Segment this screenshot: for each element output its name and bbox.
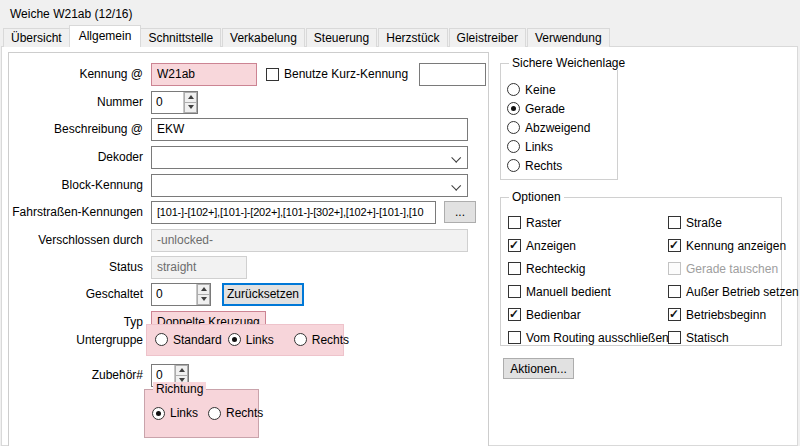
untergruppe-group: Standard Links Rechts <box>146 324 344 356</box>
checkbox-label: Kennung anzeigen <box>686 239 786 253</box>
status-label: Status <box>9 260 143 274</box>
checkbox-icon <box>508 285 521 298</box>
kurz-kennung-row: Benutze Kurz-Kennung <box>266 67 408 81</box>
radio-icon <box>507 83 520 96</box>
checkbox-label: Statisch <box>686 331 729 345</box>
tab-schnittstelle[interactable]: Schnittstelle <box>140 28 221 47</box>
weichenlage-option-keine[interactable]: Keine <box>507 80 617 99</box>
zuruecksetzen-button[interactable]: Zurücksetzen <box>222 283 304 306</box>
radio-icon <box>294 333 307 346</box>
radio-label: Rechts <box>525 159 562 173</box>
tab-gleistreiber[interactable]: Gleistreiber <box>449 28 526 47</box>
kennung-input[interactable] <box>151 63 257 86</box>
fahrstrassen-input[interactable] <box>151 201 436 224</box>
tab-verwendung[interactable]: Verwendung <box>527 28 610 47</box>
chevron-down-icon <box>451 152 461 162</box>
radio-label: Keine <box>525 83 556 97</box>
verschlossen-label: Verschlossen durch <box>9 233 143 247</box>
dekoder-label: Dekoder <box>9 150 143 164</box>
radio-label: Abzweigend <box>525 121 590 135</box>
option-strasse[interactable]: Straße <box>668 211 799 234</box>
richtung-group-title: Richtung <box>153 382 206 396</box>
down-arrow-icon <box>188 105 194 109</box>
option-manuell-bedient[interactable]: Manuell bedient <box>508 280 669 303</box>
checkbox-label: Betriebsbeginn <box>686 308 766 322</box>
up-arrow-icon <box>188 95 194 99</box>
verschlossen-input <box>151 229 468 252</box>
fahrstrassen-browse-button[interactable]: ... <box>444 201 476 223</box>
option-gerade-tauschen: Gerade tauschen <box>668 257 799 280</box>
weichenlage-option-abzweigend[interactable]: Abzweigend <box>507 118 617 137</box>
checkbox-icon <box>508 262 521 275</box>
checkbox-icon <box>508 239 521 252</box>
option-betriebsbeginn[interactable]: Betriebsbeginn <box>668 303 799 326</box>
tab-uebersicht[interactable]: Übersicht <box>3 28 70 47</box>
checkbox-label: Gerade tauschen <box>686 262 778 276</box>
optionen-group-title: Optionen <box>509 190 564 204</box>
weichenlage-option-rechts[interactable]: Rechts <box>507 156 617 175</box>
zubehoer-label: Zubehör# <box>9 368 143 382</box>
option-ausser-betrieb-setzen[interactable]: Außer Betrieb setzen <box>668 280 799 303</box>
weichenlage-option-links[interactable]: Links <box>507 137 617 156</box>
sichere-weichenlage-title: Sichere Weichenlage <box>509 56 628 70</box>
aktionen-button[interactable]: Aktionen... <box>503 358 574 379</box>
weichenlage-option-gerade[interactable]: Gerade <box>507 99 617 118</box>
geschaltet-down-button[interactable] <box>197 294 210 305</box>
radio-icon <box>228 333 241 346</box>
checkbox-icon <box>508 216 521 229</box>
option-raster[interactable]: Raster <box>508 211 669 234</box>
tab-allgemein[interactable]: Allgemein <box>69 25 142 47</box>
radio-label: Rechts <box>312 333 349 347</box>
checkbox-label: Rechteckig <box>526 262 585 276</box>
radio-icon <box>507 102 520 115</box>
tab-herzstueck[interactable]: Herzstück <box>378 28 447 47</box>
checkbox-label: Raster <box>526 216 561 230</box>
radio-label: Gerade <box>525 102 565 116</box>
radio-label: Links <box>246 333 274 347</box>
option-anzeigen[interactable]: Anzeigen <box>508 234 669 257</box>
untergruppe-option-links[interactable]: Links <box>228 333 274 347</box>
radio-icon <box>152 407 165 420</box>
radio-label: Links <box>170 406 198 420</box>
kennung-label: Kennung @ <box>9 67 143 81</box>
nummer-down-button[interactable] <box>184 102 197 113</box>
checkbox-icon <box>668 285 681 298</box>
richtung-option-links[interactable]: Links <box>152 406 198 420</box>
untergruppe-option-rechts[interactable]: Rechts <box>294 333 349 347</box>
sichere-weichenlage-group: Sichere Weichenlage Keine Gerade Abzweig… <box>500 63 618 180</box>
untergruppe-option-standard[interactable]: Standard <box>155 333 222 347</box>
untergruppe-label: Untergruppe <box>9 333 143 347</box>
radio-icon <box>155 333 168 346</box>
optionen-group: Optionen Raster Anzeigen Rechteckig Manu… <box>500 197 782 346</box>
tab-verkabelung[interactable]: Verkabelung <box>222 28 305 47</box>
chevron-down-icon <box>451 180 461 190</box>
nummer-input[interactable] <box>152 92 183 113</box>
dekoder-dropdown[interactable] <box>151 146 468 169</box>
option-bedienbar[interactable]: Bedienbar <box>508 303 669 326</box>
nummer-stepper <box>151 91 198 114</box>
radio-label: Rechts <box>226 406 263 420</box>
option-kennung-anzeigen[interactable]: Kennung anzeigen <box>668 234 799 257</box>
richtung-option-rechts[interactable]: Rechts <box>208 406 263 420</box>
option-rechteckig[interactable]: Rechteckig <box>508 257 669 280</box>
block-kennung-dropdown[interactable] <box>151 174 468 197</box>
checkbox-icon <box>668 216 681 229</box>
down-arrow-icon <box>201 297 207 301</box>
checkbox-icon <box>508 331 521 344</box>
option-statisch[interactable]: Statisch <box>668 326 799 349</box>
geschaltet-input[interactable] <box>152 284 196 305</box>
block-kennung-label: Block-Kennung <box>9 178 143 192</box>
kurz-kennung-checkbox[interactable] <box>266 68 279 81</box>
window-title: Weiche W21ab (12/16) <box>10 7 133 21</box>
tab-steuerung[interactable]: Steuerung <box>306 28 377 47</box>
radio-icon <box>507 140 520 153</box>
checkbox-icon <box>668 331 681 344</box>
checkbox-icon <box>668 239 681 252</box>
option-vom-routing-ausschliessen[interactable]: Vom Routing ausschließen <box>508 326 669 349</box>
up-arrow-icon <box>179 368 185 372</box>
nummer-label: Nummer <box>9 95 143 109</box>
kurz-kennung-input[interactable] <box>419 63 486 86</box>
checkbox-label: Manuell bedient <box>526 285 611 299</box>
beschreibung-input[interactable] <box>151 118 468 141</box>
radio-icon <box>208 407 221 420</box>
